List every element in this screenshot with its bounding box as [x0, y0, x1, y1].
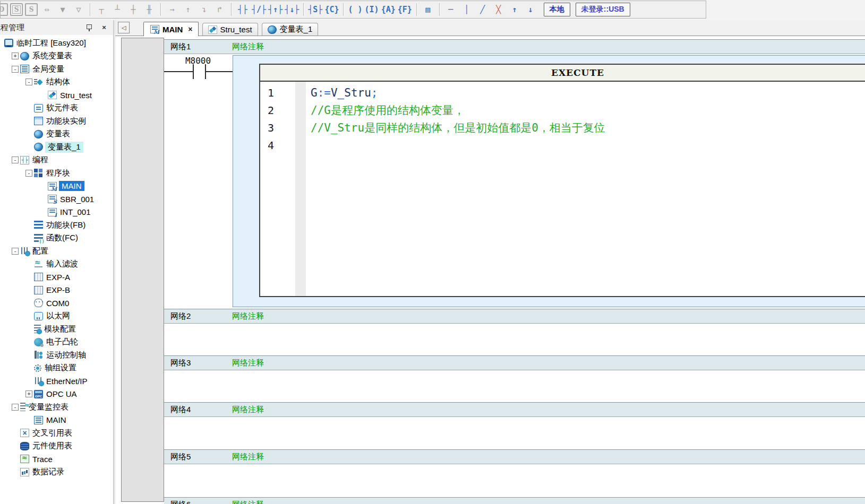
- collapse-icon[interactable]: -: [12, 66, 19, 73]
- code-line[interactable]: //V_Stru是同样的结构体，但是初始值都是0，相当于复位: [311, 119, 865, 137]
- tree-item--[interactable]: -程序块: [0, 167, 113, 180]
- tree-item--[interactable]: 以太网: [0, 310, 113, 323]
- tree-item-main[interactable]: MAIN: [0, 414, 113, 427]
- tree-item--[interactable]: -全局变量: [0, 63, 113, 76]
- contact-closed-icon[interactable]: ┤/├: [252, 3, 266, 16]
- tree-item--easy320-[interactable]: 临时工程 [Easy320]: [0, 37, 113, 50]
- network-header-4[interactable]: 网络4网络注释: [164, 402, 865, 417]
- tree-item--[interactable]: +系统变量表: [0, 50, 113, 63]
- vertical-line-icon[interactable]: │: [460, 3, 474, 16]
- tree-item-sbr_001[interactable]: SBR_001: [0, 193, 113, 206]
- network-comment[interactable]: 网络注释: [232, 42, 264, 52]
- tree-item--[interactable]: 功能块实例: [0, 115, 113, 128]
- delete-cross-icon[interactable]: ╳: [492, 3, 506, 16]
- contact-falling-icon[interactable]: ┤↓├: [285, 3, 299, 16]
- block-a-icon[interactable]: {A}: [381, 3, 396, 16]
- expand-horizontal-icon[interactable]: ⇔: [40, 3, 54, 16]
- row-insert-below-icon[interactable]: ┴: [110, 3, 124, 16]
- tree-item--[interactable]: -变量监控表: [0, 401, 113, 414]
- arrow-turn-down-icon[interactable]: ↴: [197, 3, 211, 16]
- coil-inverse-icon[interactable]: (I): [365, 3, 379, 16]
- tree-item-exp-a[interactable]: EXP-A: [0, 271, 113, 284]
- tree-item--[interactable]: -配置: [0, 245, 113, 258]
- network-comment[interactable]: 网络注释: [232, 311, 264, 321]
- contact-set-icon[interactable]: ┤S├: [308, 3, 322, 16]
- arrow-turn-up-icon[interactable]: ↱: [213, 3, 227, 16]
- login-status-button[interactable]: 未登录::USB: [576, 3, 630, 16]
- contact-rising-icon[interactable]: ┤↑├: [268, 3, 282, 16]
- tree-item--[interactable]: 轴组设置: [0, 362, 113, 375]
- collapse-icon[interactable]: -: [12, 248, 19, 255]
- tree-item-opc-ua[interactable]: +OPC UA: [0, 388, 113, 401]
- code-line[interactable]: //G是程序使用的结构体变量，: [311, 102, 865, 119]
- tree-item--[interactable]: 元件使用表: [0, 440, 113, 453]
- expand-icon[interactable]: +: [12, 53, 19, 59]
- arrow-down-outline-icon[interactable]: ▽: [72, 3, 85, 16]
- code-area[interactable]: G:=V_Stru;//G是程序使用的结构体变量，//V_Stru是同样的结构体…: [306, 82, 865, 296]
- code-line[interactable]: G:=V_Stru;: [311, 84, 865, 102]
- line-up-icon[interactable]: ↑: [508, 3, 521, 16]
- expand-icon[interactable]: +: [25, 390, 32, 397]
- tree-item--[interactable]: 数据记录: [0, 466, 113, 479]
- tree-item-trace[interactable]: Trace: [0, 453, 113, 466]
- boxed-s-icon[interactable]: S: [25, 3, 38, 16]
- network-header-2[interactable]: 网络2网络注释: [164, 309, 865, 324]
- tab-stru_test[interactable]: Stru_test: [202, 23, 258, 36]
- block-c-icon[interactable]: {C}: [324, 3, 339, 16]
- tree-item--[interactable]: 电子凸轮: [0, 336, 113, 349]
- network-comment[interactable]: 网络注释: [232, 358, 264, 368]
- tree-item--[interactable]: 软元件表: [0, 102, 113, 115]
- tree-item--[interactable]: 交叉引用表: [0, 427, 113, 440]
- network-header-6[interactable]: 网络6网络注释: [164, 497, 865, 504]
- tree-item--[interactable]: 运动控制轴: [0, 349, 113, 362]
- arrow-up-icon[interactable]: ↑: [181, 3, 195, 16]
- tree-item-exp-b[interactable]: EXP-B: [0, 284, 113, 297]
- arrow-right-icon[interactable]: →: [165, 3, 179, 16]
- tree-item--[interactable]: 变量表: [0, 128, 113, 141]
- st-code-editor[interactable]: 1234 G:=V_Stru;//G是程序使用的结构体变量，//V_Stru是同…: [260, 82, 865, 296]
- boxed-s-double-icon[interactable]: S: [10, 3, 23, 16]
- horizontal-line-icon[interactable]: ─: [444, 3, 458, 16]
- contact-open-icon[interactable]: ┤├: [236, 3, 250, 16]
- tree-item--[interactable]: 输入滤波: [0, 258, 113, 271]
- contact-bar-left[interactable]: [193, 64, 194, 79]
- tree-item-stru_test[interactable]: Stru_test: [0, 89, 113, 102]
- collapse-icon[interactable]: -: [25, 170, 32, 177]
- pin-icon[interactable]: [85, 24, 93, 32]
- network-header-5[interactable]: 网络5网络注释: [164, 449, 865, 464]
- ladder-canvas[interactable]: 网络1网络注释网络2网络注释网络3网络注释网络4网络注释网络5网络注释网络6网络…: [115, 36, 865, 504]
- network-comment[interactable]: 网络注释: [232, 452, 264, 462]
- execute-block[interactable]: EXECUTE 1234 G:=V_Stru;//G是程序使用的结构体变量，//…: [259, 64, 865, 297]
- tree-item--[interactable]: -结构体: [0, 76, 113, 89]
- code-line[interactable]: [311, 137, 865, 154]
- block-f-icon[interactable]: {F}: [398, 3, 412, 16]
- tab-main[interactable]: MAIN: [143, 22, 199, 36]
- tree-item-ethernet-ip[interactable]: EtherNet/IP: [0, 375, 113, 388]
- line-down-icon[interactable]: ↓: [524, 3, 537, 16]
- collapse-icon[interactable]: -: [12, 404, 19, 411]
- tree-item-main[interactable]: MAIN: [0, 180, 113, 193]
- instruction-list-icon[interactable]: ▤: [421, 3, 435, 16]
- tab-close-icon[interactable]: [188, 25, 192, 33]
- tree-item--fb-[interactable]: 功能块(FB): [0, 219, 113, 232]
- network-header-1[interactable]: 网络1网络注释: [164, 39, 865, 54]
- tab-scroll-left-button[interactable]: ◁: [118, 22, 130, 33]
- arrow-down-filled-icon[interactable]: ▼: [56, 3, 70, 16]
- coil-icon[interactable]: ( ): [348, 3, 362, 16]
- tab--_1[interactable]: 变量表_1: [262, 23, 319, 36]
- tree-item--fc-[interactable]: 函数(FC): [0, 232, 113, 245]
- tree-item--[interactable]: 模块配置: [0, 323, 113, 336]
- tree-item--[interactable]: -编程: [0, 154, 113, 167]
- boxed-d-icon[interactable]: D: [0, 3, 8, 16]
- network-comment[interactable]: 网络注释: [232, 405, 264, 415]
- network-header-3[interactable]: 网络3网络注释: [164, 355, 865, 370]
- tree-item--_1[interactable]: 变量表_1: [0, 141, 113, 154]
- close-icon[interactable]: [100, 24, 108, 31]
- collapse-icon[interactable]: -: [12, 157, 19, 163]
- tree-item-int_001[interactable]: INT_001: [0, 206, 113, 219]
- row-merge-icon[interactable]: ╫: [142, 3, 156, 16]
- row-delete-icon[interactable]: ┼: [126, 3, 140, 16]
- row-insert-above-icon[interactable]: ┬: [95, 3, 108, 16]
- tree-item-com0[interactable]: COM0: [0, 297, 113, 310]
- network-comment[interactable]: 网络注释: [232, 500, 264, 504]
